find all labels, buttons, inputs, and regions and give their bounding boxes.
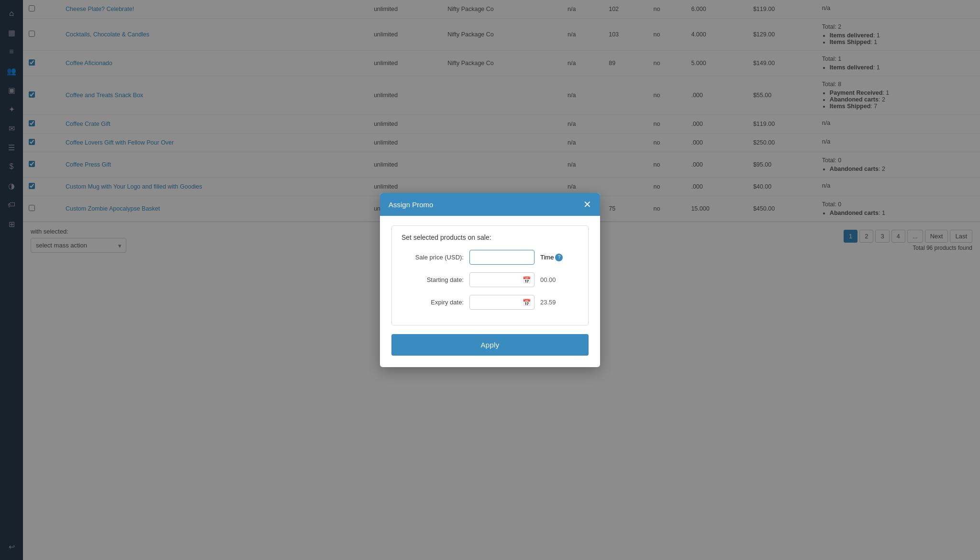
expiry-date-row: Expiry date: 📅 23.59	[401, 295, 579, 310]
time-header: Time ?	[540, 254, 579, 261]
time-help-icon[interactable]: ?	[555, 254, 563, 261]
sale-price-label: Sale price (USD):	[401, 254, 464, 261]
assign-promo-modal: Assign Promo ✕ Set selected products on …	[380, 193, 600, 367]
time-start: 00.00	[540, 276, 556, 283]
time-end: 23.59	[540, 299, 556, 306]
modal-section-title: Set selected products on sale:	[401, 234, 579, 241]
expiry-date-input[interactable]	[469, 295, 535, 310]
modal-inner-section: Set selected products on sale: Sale pric…	[391, 225, 589, 325]
starting-date-row: Starting date: 📅 00.00	[401, 272, 579, 287]
time-end-value: 23.59	[540, 299, 579, 306]
sale-price-input-wrapper	[469, 250, 535, 265]
modal-overlay[interactable]: Assign Promo ✕ Set selected products on …	[0, 0, 980, 560]
expiry-date-input-wrapper: 📅	[469, 295, 535, 310]
starting-date-input-wrapper: 📅	[469, 272, 535, 287]
sale-price-input[interactable]	[469, 250, 535, 265]
modal-body: Set selected products on sale: Sale pric…	[380, 216, 600, 367]
modal-header: Assign Promo ✕	[380, 193, 600, 216]
modal-title: Assign Promo	[389, 201, 433, 209]
expiry-date-label: Expiry date:	[401, 299, 464, 306]
sale-price-row: Sale price (USD): Time ?	[401, 250, 579, 265]
time-label: Time	[540, 254, 554, 261]
starting-date-input[interactable]	[469, 272, 535, 287]
time-start-value: 00.00	[540, 276, 579, 283]
starting-date-label: Starting date:	[401, 276, 464, 283]
modal-close-button[interactable]: ✕	[583, 200, 591, 209]
apply-button[interactable]: Apply	[391, 334, 589, 356]
